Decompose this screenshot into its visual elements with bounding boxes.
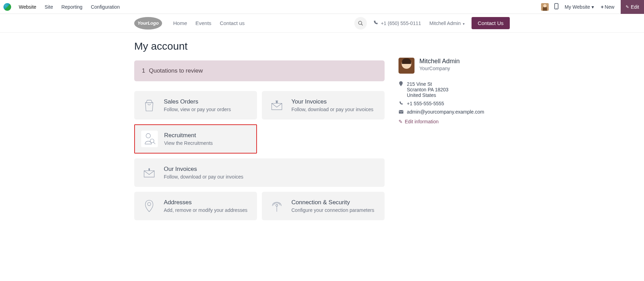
- header-phone[interactable]: +1 (650) 555-0111: [373, 20, 421, 26]
- menu-configuration[interactable]: Configuration: [87, 4, 124, 10]
- user-dropdown[interactable]: Mitchell Admin ▾: [429, 20, 465, 26]
- svg-point-10: [276, 204, 278, 206]
- user-dropdown-label: Mitchell Admin: [429, 20, 461, 26]
- phone-icon: [399, 101, 403, 106]
- svg-point-5: [146, 133, 151, 138]
- svg-point-1: [556, 8, 557, 8]
- card-your-invoices[interactable]: $ Your Invoices Follow, download or pay …: [262, 91, 385, 119]
- profile-sidebar: Mitchell Admin YourCompany 215 Vine St S…: [399, 40, 510, 225]
- site-logo-text: YourLogo: [138, 20, 159, 26]
- card-title: Our Invoices: [164, 166, 243, 173]
- card-subtitle: Follow, download or pay our invoices: [164, 174, 243, 180]
- envelope-icon: [399, 109, 403, 115]
- quotations-banner[interactable]: 1 Quotations to review: [134, 60, 385, 81]
- caret-down-icon: ▾: [462, 22, 465, 26]
- svg-text:$: $: [148, 168, 150, 171]
- card-security[interactable]: Connection & Security Configure your con…: [262, 192, 385, 220]
- card-our-invoices[interactable]: $ Our Invoices Follow, download or pay o…: [134, 158, 385, 187]
- search-icon: [358, 20, 363, 26]
- app-topbar: Website Site Reporting Configuration My …: [0, 0, 644, 14]
- profile-avatar: [399, 58, 414, 74]
- svg-point-9: [147, 203, 151, 206]
- card-recruitment[interactable]: Recruitment View the Recruitments: [134, 124, 257, 154]
- card-subtitle: Add, remove or modify your addresses: [164, 207, 247, 213]
- card-title: Addresses: [164, 199, 247, 206]
- banner-text: Quotations to review: [149, 67, 203, 74]
- new-button[interactable]: +New: [597, 4, 618, 10]
- invoice-icon: $: [268, 97, 285, 114]
- card-addresses[interactable]: Addresses Add, remove or modify your add…: [134, 192, 257, 220]
- banner-count: 1: [142, 67, 145, 74]
- profile-name: Mitchell Admin: [419, 58, 460, 65]
- plus-icon: +: [601, 4, 604, 10]
- pencil-icon: ✎: [399, 119, 403, 124]
- profile-phone-number: +1 555-555-5555: [407, 101, 510, 106]
- card-title: Sales Orders: [164, 98, 231, 105]
- map-marker-icon: [399, 81, 403, 98]
- edit-button-label: Edit: [631, 4, 639, 10]
- profile-address: 215 Vine St Scranton PA 18203 United Sta…: [399, 81, 510, 98]
- card-title: Your Invoices: [291, 98, 373, 105]
- pencil-icon: ✎: [626, 5, 629, 9]
- addr-line1: 215 Vine St: [407, 81, 510, 87]
- website-selector[interactable]: My Website▾: [561, 4, 597, 10]
- search-button[interactable]: [354, 17, 367, 30]
- recruitment-icon: [141, 131, 158, 147]
- mobile-preview-icon[interactable]: [552, 3, 561, 11]
- profile-email: admin@yourcompany.example.com: [399, 109, 510, 115]
- svg-rect-12: [399, 110, 403, 114]
- addr-line2: Scranton PA 18203: [407, 87, 510, 92]
- edit-information-label: Edit information: [405, 119, 438, 124]
- page-content: My account 1 Quotations to review Sales …: [131, 33, 513, 239]
- profile-phone: +1 555-555-5555: [399, 101, 510, 106]
- topbar-avatar[interactable]: [541, 3, 549, 11]
- shopping-bag-icon: [141, 97, 158, 114]
- header-phone-number: +1 (650) 555-0111: [381, 20, 421, 26]
- caret-down-icon: ▾: [591, 4, 594, 10]
- contact-us-button[interactable]: Contact Us: [472, 17, 510, 29]
- card-subtitle: Follow, download or pay your invoices: [291, 107, 373, 112]
- site-header: YourLogo Home Events Contact us +1 (650)…: [0, 14, 644, 33]
- edit-information-link[interactable]: ✎ Edit information: [399, 119, 510, 124]
- card-subtitle: Follow, view or pay your orders: [164, 107, 231, 112]
- odoo-logo-icon[interactable]: [3, 3, 11, 11]
- card-subtitle: Configure your connection parameters: [291, 207, 374, 213]
- app-name[interactable]: Website: [15, 4, 40, 10]
- invoice-icon: $: [141, 164, 158, 181]
- website-selector-label: My Website: [565, 4, 590, 10]
- profile-company: YourCompany: [419, 66, 460, 71]
- new-button-label: New: [605, 4, 614, 10]
- main-column: My account 1 Quotations to review Sales …: [134, 40, 385, 225]
- page-title: My account: [134, 40, 385, 52]
- svg-point-2: [359, 21, 362, 24]
- addr-line3: United States: [407, 92, 510, 98]
- nav-contact[interactable]: Contact us: [216, 20, 249, 26]
- profile-email-address: admin@yourcompany.example.com: [407, 109, 510, 115]
- signal-icon: [268, 198, 285, 214]
- svg-text:$: $: [276, 101, 277, 103]
- menu-site[interactable]: Site: [40, 4, 57, 10]
- site-logo[interactable]: YourLogo: [134, 17, 162, 30]
- nav-events[interactable]: Events: [191, 20, 216, 26]
- card-title: Connection & Security: [291, 199, 374, 206]
- svg-line-7: [153, 142, 155, 144]
- card-title: Recruitment: [164, 132, 213, 139]
- card-subtitle: View the Recruitments: [164, 140, 213, 146]
- nav-home[interactable]: Home: [169, 20, 191, 26]
- map-pin-icon: [141, 198, 158, 214]
- card-sales-orders[interactable]: Sales Orders Follow, view or pay your or…: [134, 91, 257, 119]
- menu-reporting[interactable]: Reporting: [57, 4, 87, 10]
- svg-line-3: [361, 24, 363, 25]
- phone-icon: [373, 20, 378, 26]
- edit-button[interactable]: ✎Edit: [621, 0, 644, 14]
